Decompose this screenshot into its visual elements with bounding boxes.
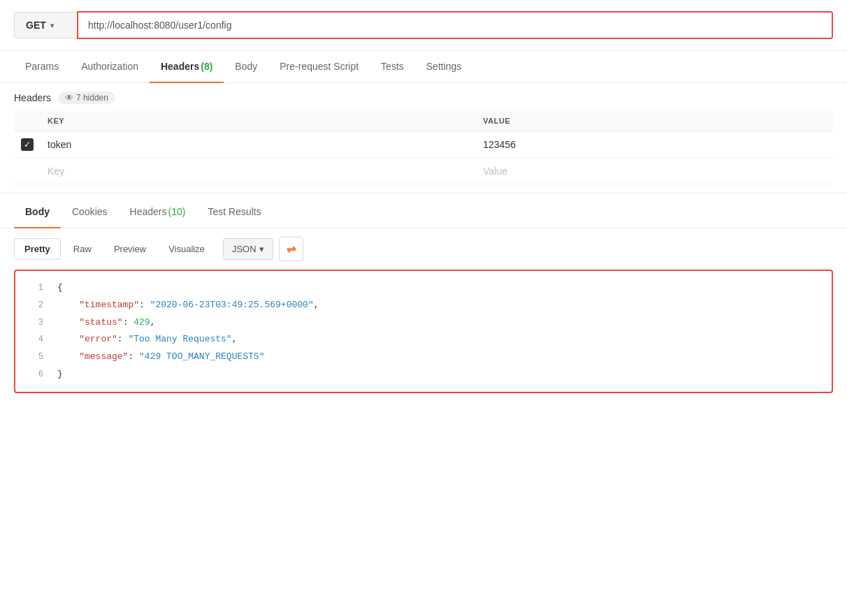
line-num-2: 2: [27, 299, 43, 312]
json-comma-2: ,: [314, 298, 319, 313]
row2-check-cell: [14, 159, 41, 184]
json-line-1: 1 {: [15, 279, 832, 297]
res-tab-cookies[interactable]: Cookies: [61, 196, 119, 228]
res-tab-testresults[interactable]: Test Results: [196, 196, 272, 228]
line-num-6: 6: [27, 368, 43, 381]
format-chevron-icon: ▾: [259, 244, 264, 254]
response-tabs: Body Cookies Headers(10) Test Results: [0, 196, 847, 228]
json-comma-3: ,: [150, 316, 156, 330]
tab-params[interactable]: Params: [14, 51, 70, 83]
json-colon-3: :: [123, 316, 134, 330]
json-value-error: "Too Many Requests": [128, 332, 231, 347]
wrap-icon: ⇌: [287, 242, 296, 256]
json-brace-close: }: [57, 367, 63, 382]
view-raw-button[interactable]: Raw: [64, 239, 101, 259]
tab-headers[interactable]: Headers(8): [150, 51, 224, 83]
hidden-badge: 👁 7 hidden: [58, 91, 115, 104]
res-tab-headers[interactable]: Headers(10): [119, 196, 197, 228]
json-colon-4: :: [117, 332, 129, 347]
col-value-header: VALUE: [476, 111, 833, 131]
json-value-message: "429 TOO_MANY_REQUESTS": [139, 350, 264, 365]
json-key-status: "status": [57, 316, 123, 330]
method-label: GET: [26, 20, 46, 31]
col-check-header: [14, 111, 41, 131]
checkmark-icon: ✓: [24, 140, 31, 149]
json-key-timestamp: "timestamp": [57, 298, 139, 313]
json-viewer: 1 { 2 "timestamp" : "2020-06-23T03:49:25…: [14, 270, 833, 393]
row1-checkbox[interactable]: ✓: [21, 138, 34, 151]
table-row: Key Value: [14, 159, 833, 184]
json-colon-2: :: [139, 298, 150, 313]
format-select[interactable]: JSON ▾: [223, 238, 273, 260]
json-key-error: "error": [57, 332, 117, 347]
tab-prerequest[interactable]: Pre-request Script: [268, 51, 370, 83]
method-chevron-icon: ▾: [50, 22, 54, 29]
body-toolbar: Pretty Raw Preview Visualize JSON ▾ ⇌: [14, 237, 833, 261]
method-select[interactable]: GET ▾: [14, 12, 77, 38]
format-label: JSON: [232, 244, 256, 254]
table-row: ✓ token 123456: [14, 131, 833, 159]
json-line-2: 2 "timestamp" : "2020-06-23T03:49:25.569…: [15, 297, 832, 314]
eye-icon: 👁: [65, 93, 73, 103]
tab-tests[interactable]: Tests: [370, 51, 415, 83]
headers-section: Headers 👁 7 hidden KEY VALUE ✓ token 123…: [0, 83, 847, 193]
row1-key[interactable]: token: [41, 131, 476, 159]
headers-title-row: Headers 👁 7 hidden: [14, 91, 833, 104]
json-value-status: 429: [133, 316, 150, 330]
headers-table: KEY VALUE ✓ token 123456 Key Value: [14, 111, 833, 184]
url-input-wrapper: [77, 11, 833, 39]
row2-key[interactable]: Key: [41, 159, 476, 184]
col-key-header: KEY: [41, 111, 476, 131]
wrap-button[interactable]: ⇌: [279, 237, 303, 261]
row1-check-cell: ✓: [14, 131, 41, 159]
json-line-5: 5 "message" : "429 TOO_MANY_REQUESTS": [15, 349, 832, 366]
headers-badge: (8): [201, 61, 212, 72]
json-line-6: 6 }: [15, 366, 832, 383]
line-num-1: 1: [27, 281, 43, 295]
json-value-timestamp: "2020-06-23T03:49:25.569+0000": [150, 298, 314, 313]
view-preview-button[interactable]: Preview: [104, 239, 156, 259]
url-bar: GET ▾: [0, 0, 847, 51]
view-visualize-button[interactable]: Visualize: [159, 239, 215, 259]
json-comma-4: ,: [232, 332, 238, 347]
res-tab-body[interactable]: Body: [14, 196, 61, 228]
request-tabs: Params Authorization Headers(8) Body Pre…: [0, 51, 847, 83]
headers-section-title: Headers: [14, 92, 51, 103]
json-key-message: "message": [57, 350, 128, 365]
tab-authorization[interactable]: Authorization: [70, 51, 150, 83]
hidden-count: 7 hidden: [76, 93, 108, 103]
row2-value[interactable]: Value: [476, 159, 833, 184]
line-num-5: 5: [27, 351, 43, 364]
json-colon-5: :: [128, 350, 139, 365]
tab-body[interactable]: Body: [224, 51, 268, 83]
row1-value[interactable]: 123456: [476, 131, 833, 159]
line-num-3: 3: [27, 316, 43, 330]
json-line-4: 4 "error" : "Too Many Requests" ,: [15, 331, 832, 349]
url-input[interactable]: [78, 13, 832, 38]
view-pretty-button[interactable]: Pretty: [14, 238, 61, 260]
json-brace-open: {: [57, 281, 63, 295]
json-line-3: 3 "status" : 429 ,: [15, 314, 832, 332]
line-num-4: 4: [27, 333, 43, 346]
res-headers-badge: (10): [168, 206, 186, 217]
body-response: Pretty Raw Preview Visualize JSON ▾ ⇌ 1 …: [0, 228, 847, 402]
tab-settings[interactable]: Settings: [415, 51, 473, 83]
